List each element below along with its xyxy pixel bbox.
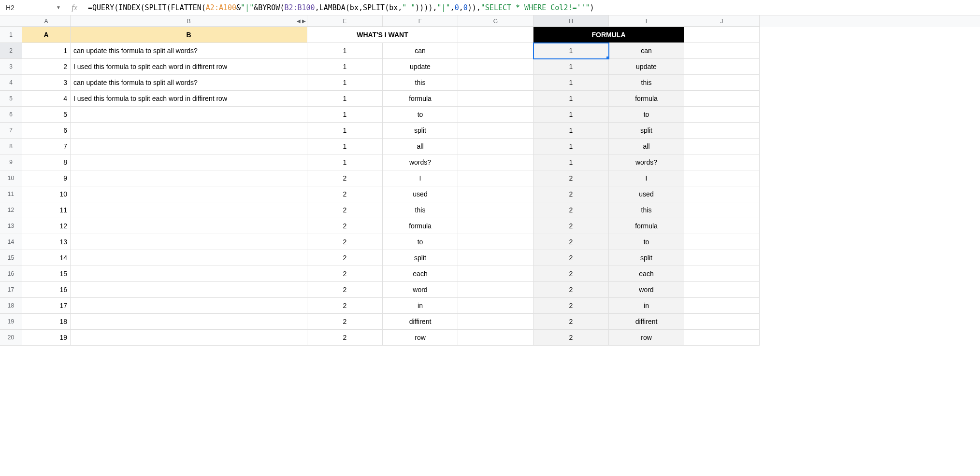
row-header[interactable]: 2 [0,43,22,59]
cell[interactable]: 2 [307,186,383,202]
column-header-E[interactable]: E [307,15,383,27]
cell[interactable] [71,250,307,266]
cell[interactable]: I used this formula to split each word i… [71,91,307,107]
cell[interactable]: 1 [22,43,71,59]
cell[interactable]: 2 [307,282,383,298]
row-header[interactable]: 3 [0,59,22,75]
cell[interactable] [71,202,307,218]
cell[interactable]: 1 [533,107,609,123]
cell[interactable]: 1 [307,59,383,75]
cell[interactable]: to [383,234,458,250]
cell[interactable] [684,330,760,346]
cell[interactable] [458,75,533,91]
cell[interactable] [458,186,533,202]
cell[interactable]: 2 [533,234,609,250]
cell[interactable]: formula [383,91,458,107]
cell[interactable]: 13 [22,234,71,250]
cell[interactable]: 1 [533,75,609,91]
cell[interactable] [458,154,533,170]
cell[interactable]: 2 [22,59,71,75]
cell[interactable] [458,91,533,107]
cell[interactable]: 1 [533,123,609,139]
hidden-columns-indicator[interactable]: ◀ ▶ [297,18,306,24]
column-header-B[interactable]: B ◀ ▶ [71,15,307,27]
cell[interactable] [71,186,307,202]
cell[interactable]: 15 [22,266,71,282]
cell[interactable]: 2 [533,202,609,218]
cell[interactable]: 12 [22,218,71,234]
cell[interactable] [684,234,760,250]
cell[interactable]: used [383,186,458,202]
name-box-dropdown-icon[interactable]: ▼ [56,5,61,10]
cell[interactable]: 3 [22,75,71,91]
row-header[interactable]: 14 [0,234,22,250]
cell[interactable] [458,314,533,330]
cell[interactable] [71,282,307,298]
cell[interactable]: words? [383,154,458,170]
cell[interactable] [684,59,760,75]
cell[interactable]: can [383,43,458,59]
cell[interactable]: 2 [307,234,383,250]
cell[interactable] [71,154,307,170]
cell[interactable] [71,330,307,346]
cell[interactable]: 2 [307,250,383,266]
cell[interactable]: each [609,266,684,282]
cell[interactable]: to [383,107,458,123]
cell[interactable]: 2 [307,266,383,282]
cell[interactable]: 2 [533,186,609,202]
cell[interactable] [684,107,760,123]
cell[interactable] [684,282,760,298]
cell[interactable]: all [609,139,684,154]
cell[interactable]: in [383,298,458,314]
cell[interactable]: row [609,330,684,346]
cell[interactable] [71,234,307,250]
cell[interactable]: 4 [22,91,71,107]
row-header[interactable]: 9 [0,154,22,170]
column-header-I[interactable]: I [609,15,684,27]
row-header[interactable]: 12 [0,202,22,218]
cell[interactable]: 1 [533,59,609,75]
cell[interactable]: words? [609,154,684,170]
row-header[interactable]: 10 [0,170,22,186]
cell[interactable] [684,154,760,170]
row-header[interactable]: 8 [0,139,22,154]
cell[interactable]: word [383,282,458,298]
cell[interactable]: split [609,250,684,266]
cell[interactable]: 2 [307,330,383,346]
cell[interactable] [684,298,760,314]
cell[interactable] [458,218,533,234]
select-all-corner[interactable] [0,15,22,27]
row-header[interactable]: 16 [0,266,22,282]
cell[interactable]: diffirent [609,314,684,330]
cell[interactable] [71,298,307,314]
row-header[interactable]: 19 [0,314,22,330]
cell[interactable]: A [22,27,71,43]
name-box[interactable]: H2 ▼ [2,2,65,14]
cell[interactable]: 1 [307,123,383,139]
row-header[interactable]: 5 [0,91,22,107]
row-header[interactable]: 15 [0,250,22,266]
cell[interactable]: formula [609,218,684,234]
cell[interactable]: 2 [533,250,609,266]
cell[interactable]: used [609,186,684,202]
cell[interactable]: each [383,266,458,282]
cell[interactable]: 1 [533,91,609,107]
cell[interactable]: WHAT'S I WANT [307,27,458,43]
cell[interactable]: 7 [22,139,71,154]
column-header-G[interactable]: G [458,15,533,27]
cell[interactable]: 1 [307,139,383,154]
cell[interactable] [684,43,760,59]
cell[interactable] [458,59,533,75]
cell[interactable] [684,75,760,91]
cell[interactable]: 11 [22,202,71,218]
formula-input[interactable]: =QUERY(INDEX(SPLIT(FLATTEN(A2:A100&"|"&B… [84,2,978,14]
cell[interactable] [684,250,760,266]
cell[interactable]: update [609,59,684,75]
cell[interactable] [684,202,760,218]
cell[interactable]: 6 [22,123,71,139]
cell[interactable] [458,170,533,186]
cell[interactable]: FORMULA [533,27,684,43]
cell[interactable] [458,298,533,314]
cell[interactable] [684,27,760,43]
cell[interactable]: 10 [22,186,71,202]
